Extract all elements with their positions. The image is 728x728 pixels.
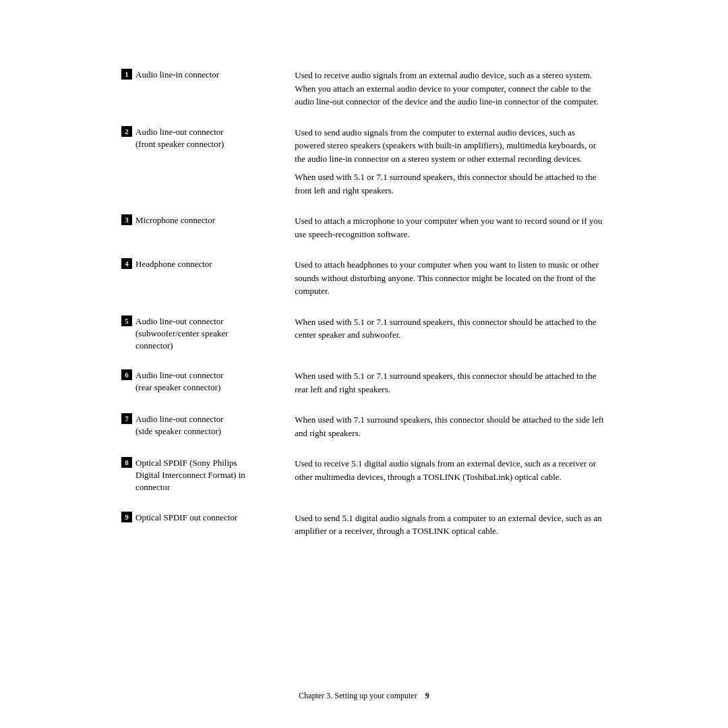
connector-description-cell: Used to send audio signals from the comp…	[295, 125, 607, 214]
connector-description-para: Used to send 5.1 digital audio signals f…	[295, 512, 607, 538]
connector-badge: 5	[121, 315, 132, 326]
connector-description-cell: Used to receive 5.1 digital audio signal…	[295, 456, 607, 510]
table-row: 1Audio line-in connectorUsed to receive …	[121, 67, 607, 125]
connector-badge: 3	[121, 214, 132, 225]
connector-badge: 6	[121, 369, 132, 380]
connector-name-text: Headphone connector	[135, 258, 212, 270]
connector-description-cell: Used to attach a microphone to your comp…	[295, 213, 607, 257]
connector-description-cell: Used to send 5.1 digital audio signals f…	[295, 510, 607, 554]
page: 1Audio line-in connectorUsed to receive …	[0, 0, 728, 728]
connector-name-text: Audio line-out connector(rear speaker co…	[135, 369, 224, 394]
connector-description-para: Used to attach a microphone to your comp…	[295, 214, 607, 241]
connector-left-cell: 1Audio line-in connector	[121, 67, 295, 125]
table-row: 4Headphone connectorUsed to attach headp…	[121, 257, 607, 314]
connector-description-para: When used with 5.1 or 7.1 surround speak…	[295, 171, 607, 197]
connector-name-text: Optical SPDIF out connector	[135, 512, 237, 524]
connector-description-para: Used to receive audio signals from an ex…	[295, 69, 607, 109]
connector-description-cell: Used to attach headphones to your comput…	[295, 257, 607, 314]
connector-left-cell: 6Audio line-out connector(rear speaker c…	[121, 368, 295, 412]
connector-name-wrapper: 2Audio line-out connector(front speaker …	[121, 126, 281, 150]
connector-description-para: Used to receive 5.1 digital audio signal…	[295, 457, 607, 483]
table-row: 3Microphone connectorUsed to attach a mi…	[121, 213, 607, 257]
connector-left-cell: 9Optical SPDIF out connector	[121, 510, 295, 554]
connector-name-wrapper: 8Optical SPDIF (Sony PhilipsDigital Inte…	[121, 457, 281, 494]
connector-description-cell: When used with 5.1 or 7.1 surround speak…	[295, 368, 607, 412]
connector-badge: 4	[121, 258, 132, 269]
connector-name-wrapper: 1Audio line-in connector	[121, 69, 281, 81]
connector-name-text: Audio line-out connector(front speaker c…	[135, 126, 224, 150]
connector-left-cell: 4Headphone connector	[121, 257, 295, 314]
table-row: 5Audio line-out connector(subwoofer/cent…	[121, 314, 607, 369]
connector-name-text: Audio line-in connector	[135, 69, 219, 81]
connector-table: 1Audio line-in connectorUsed to receive …	[121, 67, 607, 554]
connector-name-wrapper: 9Optical SPDIF out connector	[121, 512, 281, 524]
connector-badge: 2	[121, 126, 132, 137]
connector-name-text: Optical SPDIF (Sony PhilipsDigital Inter…	[135, 457, 245, 494]
connector-name-wrapper: 6Audio line-out connector(rear speaker c…	[121, 369, 281, 394]
table-row: 8Optical SPDIF (Sony PhilipsDigital Inte…	[121, 456, 607, 510]
connector-description-para: When used with 5.1 or 7.1 surround speak…	[295, 369, 607, 396]
connector-left-cell: 5Audio line-out connector(subwoofer/cent…	[121, 314, 295, 369]
connector-badge: 1	[121, 69, 132, 80]
connector-badge: 9	[121, 512, 132, 522]
connector-name-wrapper: 7Audio line-out connector(side speaker c…	[121, 413, 281, 437]
footer-page-number: 9	[425, 691, 429, 700]
connector-badge: 8	[121, 457, 132, 468]
connector-description-para: Used to send audio signals from the comp…	[295, 126, 607, 166]
connector-left-cell: 8Optical SPDIF (Sony PhilipsDigital Inte…	[121, 456, 295, 510]
connector-description-para: Used to attach headphones to your comput…	[295, 258, 607, 298]
table-row: 9Optical SPDIF out connectorUsed to send…	[121, 510, 607, 554]
connector-name-text: Audio line-out connector(subwoofer/cente…	[135, 315, 229, 353]
connector-description-cell: When used with 7.1 surround speakers, th…	[295, 412, 607, 456]
connector-name-text: Audio line-out connector(side speaker co…	[135, 413, 224, 437]
connector-left-cell: 2Audio line-out connector(front speaker …	[121, 125, 295, 214]
connector-description-cell: When used with 5.1 or 7.1 surround speak…	[295, 314, 607, 369]
connector-description-cell: Used to receive audio signals from an ex…	[295, 67, 607, 125]
footer-chapter-text: Chapter 3. Setting up your computer	[299, 691, 417, 700]
connector-name-wrapper: 4Headphone connector	[121, 258, 281, 270]
connector-name-text: Microphone connector	[135, 214, 215, 226]
connector-left-cell: 7Audio line-out connector(side speaker c…	[121, 412, 295, 456]
connector-left-cell: 3Microphone connector	[121, 213, 295, 257]
connector-name-wrapper: 5Audio line-out connector(subwoofer/cent…	[121, 315, 281, 353]
table-row: 6Audio line-out connector(rear speaker c…	[121, 368, 607, 412]
table-row: 7Audio line-out connector(side speaker c…	[121, 412, 607, 456]
connector-badge: 7	[121, 413, 132, 424]
connector-description-para: When used with 5.1 or 7.1 surround speak…	[295, 315, 607, 342]
footer: Chapter 3. Setting up your computer 9	[0, 691, 728, 701]
connector-description-para: When used with 7.1 surround speakers, th…	[295, 413, 607, 439]
connector-name-wrapper: 3Microphone connector	[121, 214, 281, 226]
table-row: 2Audio line-out connector(front speaker …	[121, 125, 607, 214]
